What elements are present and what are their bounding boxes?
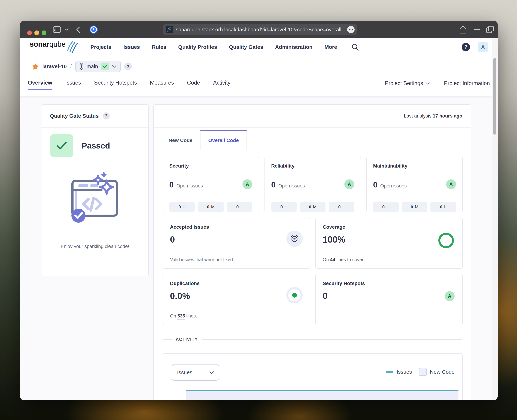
coverage-ring-icon bbox=[438, 233, 454, 248]
card-title: Security Hotspots bbox=[323, 281, 455, 286]
tab-issues[interactable]: Issues bbox=[65, 80, 81, 87]
quality-gate-help-button[interactable]: ? bbox=[103, 112, 110, 120]
tab-activity[interactable]: Activity bbox=[213, 80, 231, 87]
new-tab-button[interactable] bbox=[474, 26, 480, 33]
passed-check-icon bbox=[50, 134, 73, 157]
nav-item-quality-gates[interactable]: Quality Gates bbox=[229, 44, 263, 50]
metric-title: Security bbox=[163, 157, 259, 175]
rating-badge: A bbox=[445, 291, 455, 301]
code-tab-overall[interactable]: Overall Code bbox=[200, 130, 247, 150]
share-button[interactable] bbox=[460, 26, 467, 34]
code-tab-new[interactable]: New Code bbox=[161, 131, 200, 150]
rating-badge: A bbox=[344, 179, 354, 189]
close-button[interactable] bbox=[27, 30, 32, 35]
overview-page: Quality Gate Status ? Passed bbox=[20, 96, 498, 400]
brand-logo[interactable]: sonarqube bbox=[30, 40, 79, 54]
metric-title: Reliability bbox=[265, 157, 361, 175]
code-scope-tabs: New Code Overall Code bbox=[154, 128, 471, 150]
chevron-down-icon bbox=[112, 65, 116, 68]
branch-icon bbox=[79, 63, 83, 70]
quality-gate-status: Passed bbox=[82, 141, 110, 150]
last-analysis: Last analysis 17 hours ago bbox=[404, 113, 462, 119]
project-settings-button[interactable]: Project Settings bbox=[385, 80, 430, 87]
activity-section-label: ACTIVITY bbox=[172, 337, 202, 342]
severity-chip-high[interactable]: 0H bbox=[271, 202, 297, 212]
nav-item-more[interactable]: More bbox=[324, 44, 337, 50]
legend-newcode-checkbox[interactable] bbox=[419, 368, 427, 376]
sidebar-chevron-icon[interactable] bbox=[65, 28, 69, 31]
severity-chip-high[interactable]: 0H bbox=[169, 202, 195, 212]
lock-icon bbox=[344, 27, 344, 33]
analysis-panel: Last analysis 17 hours ago New Code Over… bbox=[154, 104, 471, 400]
back-button[interactable] bbox=[76, 26, 80, 33]
url-bar[interactable]: sonarqube.stack.orb.local/dashboard?id=l… bbox=[163, 24, 357, 35]
project-actions: Project Settings Project Information bbox=[385, 80, 490, 87]
open-issues-count: 0 bbox=[169, 180, 174, 189]
brand-waves-icon bbox=[67, 40, 79, 54]
rating-badge: A bbox=[242, 179, 252, 189]
severity-chip-medium[interactable]: 0M bbox=[402, 202, 427, 212]
minimize-button[interactable] bbox=[34, 30, 39, 35]
tab-overview[interactable]: Overview bbox=[28, 80, 52, 87]
browser-window: sonarqube.stack.orb.local/dashboard?id=l… bbox=[20, 21, 498, 400]
project-information-link[interactable]: Project Information bbox=[444, 80, 490, 87]
severity-chip-medium[interactable]: 0M bbox=[198, 202, 224, 212]
nav-item-quality-profiles[interactable]: Quality Profiles bbox=[178, 44, 217, 50]
severity-chip-low[interactable]: 0L bbox=[329, 202, 354, 212]
accepted-issues-card: Accepted issues 0 Valid issues that were… bbox=[162, 218, 310, 269]
project-name[interactable]: laravel-10 bbox=[42, 63, 67, 69]
tab-overview-button[interactable] bbox=[486, 26, 494, 33]
branch-name: main bbox=[87, 63, 98, 69]
favorite-star-icon[interactable] bbox=[32, 63, 39, 70]
accepted-issues-value: 0 bbox=[170, 234, 303, 245]
help-button[interactable]: ? bbox=[462, 43, 470, 51]
metric-card-security: Security 0Open issues A 0H 0M 0L bbox=[162, 157, 259, 212]
sidebar-toggle-button[interactable] bbox=[53, 26, 61, 33]
tab-security-hotspots[interactable]: Security Hotspots bbox=[94, 80, 137, 87]
open-issues-label: Open issues bbox=[380, 183, 407, 189]
scrollbar-thumb[interactable] bbox=[493, 58, 496, 135]
onepassword-extension-icon[interactable] bbox=[89, 25, 98, 34]
chart-legend: Issues New Code bbox=[386, 368, 455, 376]
breadcrumb: laravel-10 / main ? bbox=[32, 60, 132, 73]
nav-item-rules[interactable]: Rules bbox=[152, 44, 166, 50]
nav-item-projects[interactable]: Projects bbox=[91, 44, 111, 50]
tab-code[interactable]: Code bbox=[187, 80, 200, 87]
nav-right: ? A bbox=[462, 42, 488, 52]
branch-status-badge bbox=[101, 63, 109, 70]
search-button[interactable] bbox=[351, 43, 359, 51]
activity-metric-select[interactable]: Issues bbox=[172, 364, 219, 381]
severity-chip-low[interactable]: 0L bbox=[430, 202, 456, 212]
chevron-down-icon bbox=[209, 371, 214, 374]
zoom-button[interactable] bbox=[42, 30, 46, 35]
activity-chart[interactable] bbox=[186, 390, 458, 400]
coverage-card: Coverage 100% On 44 lines to cover. bbox=[315, 218, 463, 269]
branch-help-button[interactable]: ? bbox=[124, 63, 132, 70]
security-hotspots-value: 0 bbox=[323, 291, 455, 301]
nav-item-issues[interactable]: Issues bbox=[123, 44, 140, 50]
metric-card-reliability: Reliability 0Open issues A 0H 0M 0L bbox=[264, 157, 361, 212]
page-options-button[interactable] bbox=[347, 26, 355, 33]
nav-item-administration[interactable]: Administration bbox=[275, 44, 312, 50]
url-text: sonarqube.stack.orb.local/dashboard?id=l… bbox=[176, 27, 341, 33]
card-title: Coverage bbox=[323, 224, 455, 230]
tab-measures[interactable]: Measures bbox=[150, 80, 174, 87]
duplications-value: 0.0% bbox=[170, 291, 303, 301]
duplications-card: Duplications 0.0% On 535 lines. bbox=[162, 274, 310, 325]
rating-badge: A bbox=[446, 179, 456, 189]
user-avatar[interactable]: A bbox=[478, 42, 488, 52]
coverage-value: 100% bbox=[323, 234, 455, 245]
clean-code-illustration bbox=[41, 172, 148, 227]
severity-chip-low[interactable]: 0L bbox=[227, 202, 252, 212]
snooze-icon bbox=[286, 231, 303, 247]
open-issues-label: Open issues bbox=[278, 183, 305, 189]
severity-chip-medium[interactable]: 0M bbox=[300, 202, 325, 212]
security-hotspots-card: Security Hotspots 0 A bbox=[315, 274, 463, 325]
severity-chip-high[interactable]: 0H bbox=[373, 202, 399, 212]
site-favicon bbox=[166, 26, 173, 33]
project-header: laravel-10 / main ? Overview Issues S bbox=[20, 56, 498, 96]
scrollbar-track[interactable] bbox=[492, 38, 498, 400]
legend-new-code[interactable]: New Code bbox=[419, 368, 455, 376]
legend-issues: Issues bbox=[386, 369, 412, 375]
branch-selector[interactable]: main bbox=[75, 60, 121, 72]
